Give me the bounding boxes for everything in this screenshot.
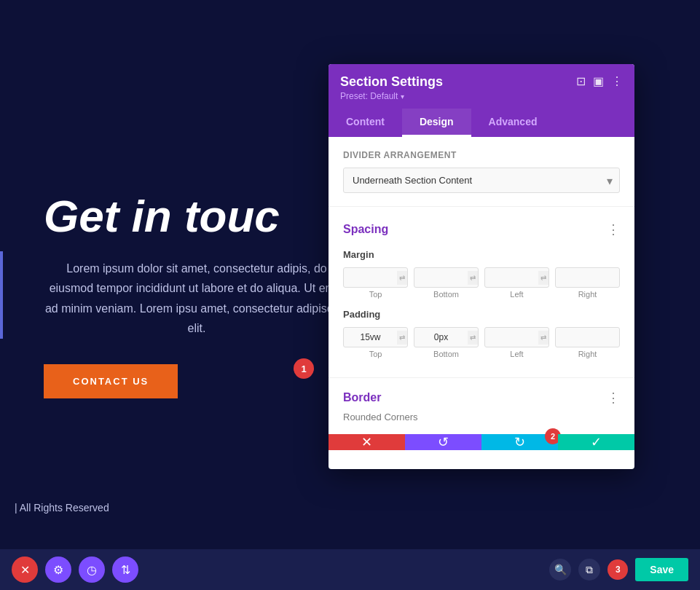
footer-redo-wrap: ↻ 2 — [481, 434, 558, 469]
margin-top-label: Top — [369, 290, 382, 299]
toolbar-search-button[interactable]: 🔍 — [549, 559, 571, 581]
border-header: Border ⋮ — [343, 390, 620, 406]
margin-top-input-group: ⇄ — [343, 267, 408, 288]
divider-arrangement-select-wrap: Underneath Section Content Above Section… — [343, 168, 620, 193]
padding-right-input[interactable] — [556, 328, 619, 347]
confirm-icon: ✓ — [591, 434, 602, 450]
gear-icon: ⚙ — [53, 563, 63, 577]
cancel-icon: ✕ — [361, 434, 372, 450]
border-section: Border ⋮ Rounded Corners — [329, 378, 634, 434]
margin-left-input[interactable] — [485, 268, 538, 287]
divider-arrangement-label: Divider Arrangement — [343, 150, 620, 160]
tab-advanced[interactable]: Advanced — [471, 109, 555, 137]
padding-top-link-icon[interactable]: ⇄ — [397, 331, 407, 345]
padding-bottom-input-group: ⇄ — [414, 327, 479, 347]
panel-more-icon[interactable]: ⋮ — [611, 74, 623, 88]
margin-label: Margin — [343, 249, 620, 260]
close-icon: ✕ — [20, 563, 30, 577]
margin-bottom-input[interactable] — [414, 268, 468, 287]
padding-top-input[interactable] — [344, 328, 397, 347]
border-more-icon[interactable]: ⋮ — [607, 390, 620, 406]
spacing-more-icon[interactable]: ⋮ — [607, 221, 620, 237]
toolbar-history-button[interactable]: ◷ — [79, 556, 105, 583]
panel-footer: ✕ ↺ ↻ 2 ✓ — [329, 434, 634, 469]
tab-content[interactable]: Content — [329, 109, 402, 137]
undo-icon: ↺ — [438, 434, 449, 450]
contact-us-button[interactable]: CONTACT US — [44, 364, 178, 398]
panel-preset-label: Preset: Default — [340, 91, 398, 101]
toolbar-right-group: 🔍 ⧉ 3 Save — [549, 558, 688, 581]
settings-panel: Section Settings Preset: Default ▾ ⊡ ▣ ⋮… — [329, 64, 634, 469]
search-icon: 🔍 — [554, 564, 567, 575]
margin-right-input[interactable] — [556, 268, 619, 287]
toolbar-close-button[interactable]: ✕ — [12, 556, 38, 583]
padding-bottom-field: ⇄ Bottom — [414, 327, 479, 358]
margin-bottom-label: Bottom — [433, 290, 459, 299]
footer-confirm-wrap: ✓ — [558, 434, 634, 469]
panel-undo-button[interactable]: ↺ — [405, 434, 481, 450]
margin-right-label: Right — [578, 290, 597, 299]
margin-left-input-group: ⇄ — [484, 267, 549, 288]
margin-bottom-input-group: ⇄ — [414, 267, 479, 288]
panel-body: Divider Arrangement Underneath Section C… — [329, 137, 634, 434]
panel-preset-selector[interactable]: Preset: Default ▾ — [340, 91, 443, 101]
margin-left-link-icon[interactable]: ⇄ — [538, 271, 548, 285]
divider-arrangement-section: Divider Arrangement Underneath Section C… — [329, 137, 634, 207]
panel-title-group: Section Settings Preset: Default ▾ — [340, 74, 443, 101]
bottom-toolbar: ✕ ⚙ ◷ ⇅ 🔍 ⧉ 3 Save — [0, 549, 700, 590]
footer-text: | All Rights Reserved — [15, 502, 109, 514]
left-accent-line — [0, 251, 3, 339]
divider-arrangement-select[interactable]: Underneath Section Content Above Section… — [343, 168, 620, 193]
margin-row: ⇄ Top ⇄ Bottom ⇄ — [343, 267, 620, 299]
spacing-title: Spacing — [343, 223, 388, 236]
panel-header-icons: ⊡ ▣ ⋮ — [576, 74, 623, 88]
margin-left-field: ⇄ Left — [484, 267, 549, 299]
margin-top-link-icon[interactable]: ⇄ — [397, 271, 407, 285]
chevron-down-icon: ▾ — [401, 93, 404, 101]
padding-top-label: Top — [369, 350, 382, 358]
padding-left-input[interactable] — [485, 328, 538, 347]
tab-design[interactable]: Design — [402, 109, 471, 137]
page-body-text: Lorem ipsum dolor sit amet, consectetur … — [44, 259, 350, 338]
panel-tabs: Content Design Advanced — [329, 109, 634, 137]
panel-cancel-button[interactable]: ✕ — [329, 434, 405, 450]
padding-label: Padding — [343, 309, 620, 320]
padding-row: ⇄ Top ⇄ Bottom ⇄ — [343, 327, 620, 358]
save-button[interactable]: Save — [635, 558, 688, 581]
padding-left-input-group: ⇄ — [484, 327, 549, 347]
padding-bottom-input[interactable] — [414, 328, 468, 347]
layers-icon: ⧉ — [586, 564, 593, 576]
history-icon: ◷ — [87, 563, 97, 577]
padding-top-input-group: ⇄ — [343, 327, 408, 347]
margin-bottom-link-icon[interactable]: ⇄ — [468, 271, 478, 285]
padding-right-field: Right — [555, 327, 620, 358]
spacing-section: Spacing ⋮ Margin ⇄ Top ⇄ — [329, 207, 634, 378]
panel-columns-icon[interactable]: ▣ — [593, 74, 604, 88]
panel-responsive-icon[interactable]: ⊡ — [576, 74, 586, 88]
margin-bottom-field: ⇄ Bottom — [414, 267, 479, 299]
padding-bottom-link-icon[interactable]: ⇄ — [468, 331, 478, 345]
page-heading: Get in touc — [44, 192, 280, 241]
panel-header: Section Settings Preset: Default ▾ ⊡ ▣ ⋮ — [329, 64, 634, 109]
padding-right-input-group — [555, 327, 620, 347]
step3-badge: 3 — [607, 559, 628, 580]
sliders-icon: ⇅ — [121, 563, 130, 577]
margin-left-label: Left — [510, 290, 523, 299]
panel-title: Section Settings — [340, 74, 443, 90]
margin-top-field: ⇄ Top — [343, 267, 408, 299]
footer-undo-wrap: ↺ — [405, 434, 481, 469]
border-sub-text: Rounded Corners — [343, 412, 620, 422]
border-title: Border — [343, 391, 381, 404]
footer-cancel-wrap: ✕ — [329, 434, 405, 469]
margin-top-input[interactable] — [344, 268, 397, 287]
padding-left-link-icon[interactable]: ⇄ — [538, 331, 548, 345]
panel-confirm-button[interactable]: ✓ — [558, 434, 634, 450]
toolbar-gear-button[interactable]: ⚙ — [45, 556, 71, 583]
margin-right-field: Right — [555, 267, 620, 299]
spacing-header: Spacing ⋮ — [343, 221, 620, 237]
padding-top-field: ⇄ Top — [343, 327, 408, 358]
toolbar-sliders-button[interactable]: ⇅ — [112, 556, 138, 583]
padding-bottom-label: Bottom — [433, 350, 459, 358]
toolbar-layers-button[interactable]: ⧉ — [578, 559, 600, 581]
redo-icon: ↻ — [514, 434, 525, 450]
